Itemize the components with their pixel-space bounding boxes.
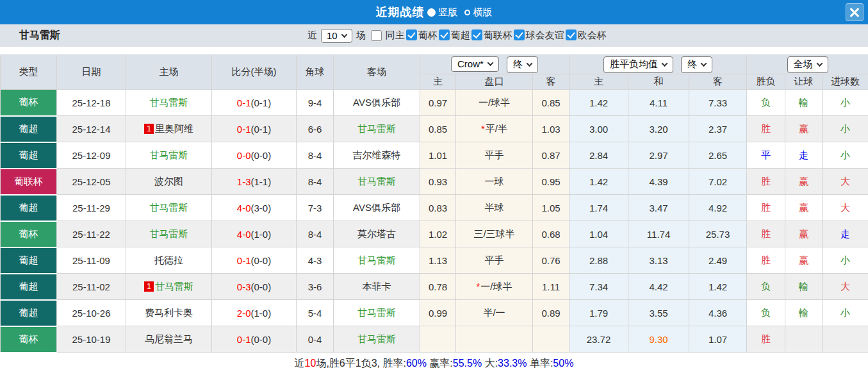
home-team: 乌尼翁兰马 <box>126 326 212 353</box>
league-checkbox-label: 葡联杯 <box>484 29 512 40</box>
table-row: 葡杯25-10-19乌尼翁兰马0-1(0-0)0-4甘马雷斯23.729.301… <box>1 326 868 353</box>
sub-ah-away: 客 <box>533 74 569 90</box>
result-goals: 大 <box>823 169 868 195</box>
eu-draw-odds: 2.97 <box>628 142 689 169</box>
result-handicap: 走 <box>785 142 823 169</box>
home-team: 波尔图 <box>126 169 212 195</box>
ah-away-odds: 0.87 <box>533 142 569 169</box>
scope-select[interactable]: 全场 <box>787 56 828 73</box>
score-cell: 4-0(3-0) <box>212 195 297 221</box>
table-row: 葡超25-12-09甘马雷斯0-0(0-0)8-4吉尔维森特1.01平手0.87… <box>1 142 868 169</box>
corners-cell: 9-4 <box>297 90 334 116</box>
result-goals: 小 <box>823 247 868 274</box>
home-team: 甘马雷斯 <box>126 195 212 221</box>
league-checkbox[interactable] <box>439 29 450 40</box>
header-corners: 角球 <box>297 55 334 90</box>
odds-company-select[interactable]: Crow* <box>451 56 499 72</box>
home-team: 1里奥阿维 <box>126 116 212 142</box>
ah-home-odds: 0.93 <box>420 169 456 195</box>
league-checkbox-label: 葡杯 <box>418 29 438 40</box>
league-checkbox[interactable] <box>566 29 577 40</box>
eu-away-odds: 1.42 <box>689 274 747 300</box>
league-checkbox[interactable] <box>471 29 482 40</box>
eu-draw-odds: 9.30 <box>628 326 689 353</box>
result-goals: 大 <box>823 195 868 221</box>
chevron-down-icon <box>487 60 493 66</box>
sub-ah-home: 主 <box>420 74 456 90</box>
summary-footer: 近10场,胜6平1负3, 胜率:60% 赢率:55.5% 大:33.3% 单率:… <box>0 353 868 374</box>
corners-cell: 3-6 <box>297 274 334 300</box>
eu-draw-odds: 11.74 <box>628 221 689 247</box>
ah-line <box>456 326 533 353</box>
eu-draw-odds: 3.20 <box>628 116 689 142</box>
corners-cell: 7-3 <box>297 195 334 221</box>
title-bar: 近期战绩 竖版 横版 <box>0 0 868 24</box>
result-wdl: 负 <box>747 274 785 300</box>
eu-draw-odds: 4.42 <box>628 274 689 300</box>
score-cell: 4-0(1-0) <box>212 221 297 247</box>
table-row: 葡超25-11-29甘马雷斯4-0(3-0)7-3AVS俱乐部0.83半球1.0… <box>1 195 868 221</box>
eu-away-odds: 4.36 <box>689 300 747 326</box>
league-type-badge: 葡超 <box>1 274 57 300</box>
eu-away-odds: 2.37 <box>689 116 747 142</box>
same-home-checkbox[interactable] <box>371 30 382 41</box>
radio-vertical-selected[interactable] <box>427 8 436 17</box>
header-score: 比分(半场) <box>212 55 297 90</box>
odds-time-eu-select[interactable]: 终 <box>681 56 712 73</box>
home-team: 费马利卡奥 <box>126 300 212 326</box>
europe-dropdown-cell: 胜平负均值 终 <box>569 55 747 74</box>
league-checkbox[interactable] <box>406 29 417 40</box>
league-type-badge: 葡超 <box>1 142 57 169</box>
filter-controls: 近 10 场 同主 葡杯葡超葡联杯球会友谊欧会杯 <box>307 24 607 47</box>
match-date: 25-12-18 <box>57 90 126 116</box>
league-checkbox-label: 球会友谊 <box>526 29 564 40</box>
radio-horizontal-unselected[interactable] <box>464 10 470 15</box>
result-handicap: 赢 <box>785 247 823 274</box>
radio-horizontal-label[interactable]: 横版 <box>473 6 493 19</box>
ah-line: 平手 <box>456 247 533 274</box>
sub-result-wdl: 胜负 <box>747 74 785 90</box>
score-cell: 0-1(0-1) <box>212 90 297 116</box>
odds-time-ah-select[interactable]: 终 <box>507 56 538 73</box>
result-handicap: 輸 <box>785 90 823 116</box>
summary-segment: 10 <box>305 358 316 369</box>
league-checkbox[interactable] <box>514 29 525 40</box>
table-row: 葡超25-10-26费马利卡奥2-0(1-0)5-4甘马雷斯0.99半/一0.8… <box>1 300 868 326</box>
radio-vertical-label[interactable]: 竖版 <box>439 6 458 19</box>
ah-away-odds: 1.05 <box>533 195 569 221</box>
handicap-dropdown-cell: Crow* 终 <box>420 55 569 74</box>
table-row: 葡联杯25-12-05波尔图1-3(1-1)8-4甘马雷斯0.93一球0.951… <box>1 169 868 195</box>
result-handicap <box>785 326 823 353</box>
europe-odds-select[interactable]: 胜平负均值 <box>603 56 673 73</box>
eu-home-odds: 3.00 <box>569 116 628 142</box>
eu-away-odds: 7.33 <box>689 90 747 116</box>
close-icon[interactable] <box>846 3 864 21</box>
away-team: 甘马雷斯 <box>334 247 420 274</box>
result-handicap: 輸 <box>785 274 823 300</box>
corners-cell: 4-3 <box>297 247 334 274</box>
eu-home-odds: 2.88 <box>569 247 628 274</box>
league-type-badge: 葡超 <box>1 300 57 326</box>
result-goals: 大 <box>823 274 868 300</box>
ah-away-odds: 1.03 <box>533 116 569 142</box>
eu-away-odds: 7.02 <box>689 169 747 195</box>
ah-line: 一球 <box>456 169 533 195</box>
summary-segment: 50% <box>553 358 573 369</box>
header-home: 主场 <box>126 55 212 90</box>
match-date: 25-10-19 <box>57 326 126 353</box>
table-row: 葡超25-11-09托德拉0-1(0-0)4-3甘马雷斯1.13平手0.762.… <box>1 247 868 274</box>
ah-home-odds: 0.78 <box>420 274 456 300</box>
eu-away-odds: 25.73 <box>689 221 747 247</box>
sub-ah-line: 盘口 <box>456 74 533 90</box>
ah-home-odds: 0.97 <box>420 90 456 116</box>
match-count-select[interactable]: 10 <box>321 29 352 43</box>
result-handicap: 輸 <box>785 300 823 326</box>
away-team: 甘马雷斯 <box>334 169 420 195</box>
ah-away-odds: 0.68 <box>533 221 569 247</box>
chevron-down-icon <box>662 60 668 67</box>
eu-draw-odds: 4.11 <box>628 90 689 116</box>
ah-home-odds: 1.02 <box>420 221 456 247</box>
match-date: 25-11-09 <box>57 247 126 274</box>
summary-segment: 场,胜6平1负3, 胜率: <box>316 358 405 369</box>
chevron-down-icon <box>701 60 707 67</box>
